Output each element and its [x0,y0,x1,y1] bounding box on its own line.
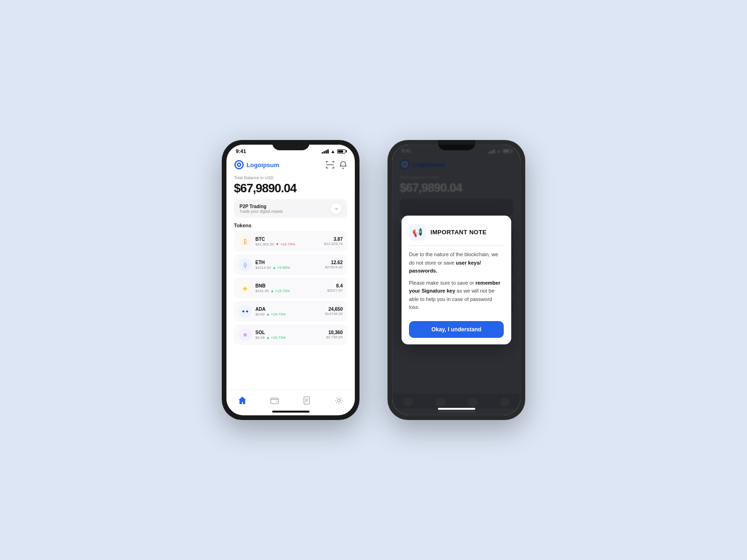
wifi-icon: ▲ [331,149,335,154]
phone-screen-1: 9:41 ▲ [226,145,355,415]
p2p-banner-1[interactable]: P2P Trading Trade your digital Assets → [234,199,347,218]
token-price-ada: $0.60 [255,312,265,316]
token-price-row-ada: $0.60 ▲ +15.73% [255,312,325,316]
token-amount-eth: 12.62 [325,260,343,265]
token-row-sol[interactable]: ≡ SOL $0.26 ▲ +15.73% 10,360 $2,736.85 [234,324,347,345]
token-usd-eth: $27874.42 [325,265,343,269]
token-change-bnb: ▲ +15.73% [270,289,290,293]
token-row-eth[interactable]: ⟠ ETH $2214.82 ▲ +5.58% 12.62 $27874.42 [234,254,347,275]
nav-settings[interactable] [331,394,347,407]
token-values-sol: 10,360 $2,736.85 [326,330,343,339]
bottom-nav-1 [226,390,355,409]
signal-bars-1 [322,149,329,154]
token-usd-btc: $12,029.74 [324,242,343,246]
token-price-eth: $2214.82 [255,266,271,270]
bell-icon-1[interactable] [339,161,347,169]
token-change-eth: ▲ +5.58% [272,266,290,270]
token-name-sol: SOL [255,330,326,335]
nav-activity[interactable] [298,394,315,407]
settings-nav-icon [334,396,344,405]
token-icon-btc: ₿ [239,235,252,248]
token-change-btc: ▼ +15.73% [275,242,295,246]
token-name-bnb: BNB [255,283,327,288]
modal-card: 📢 IMPORTANT NOTE Due to the nature of th… [402,216,511,344]
tokens-section-1: Tokens ₿ BTC $41,902.50 ▼ +15.73% 3.87 $… [226,223,355,390]
logo-container-1: Logoipsum [234,160,279,170]
token-price-sol: $0.26 [255,336,265,340]
modal-header: 📢 IMPORTANT NOTE [409,224,504,246]
app-header-1: Logoipsum [226,156,355,173]
token-name-eth: ETH [255,260,325,265]
nav-home[interactable] [234,394,251,407]
modal-icon: 📢 [409,224,426,241]
balance-amount-1: $67,9890.04 [234,181,347,196]
okay-button[interactable]: Okay, I understand [409,321,504,338]
token-icon-bnb: ◈ [239,281,252,294]
token-row-ada[interactable]: ✦✦ ADA $0.60 ▲ +15.73% 24,650 $14736.35 [234,301,347,322]
p2p-title-1: P2P Trading [240,204,283,209]
token-name-ada: ADA [255,307,325,312]
status-icons-1: ▲ [322,149,345,154]
modal-paragraph-2: Please make sure to save or remember you… [409,279,504,312]
screen-content-1: 9:41 ▲ [226,145,355,415]
token-price-row-eth: $2214.82 ▲ +5.58% [255,266,325,270]
notch [272,140,310,150]
token-icon-ada: ✦✦ [239,305,252,318]
p2p-arrow-1[interactable]: → [331,203,342,214]
token-price-row-bnb: $241.55 ▲ +15.73% [255,289,327,293]
token-values-btc: 3.87 $12,029.74 [324,237,343,246]
battery-fill-1 [338,150,343,153]
token-price-row-sol: $0.26 ▲ +15.73% [255,336,326,340]
header-icons-1 [326,161,347,169]
token-icon-eth: ⟠ [239,258,252,271]
token-info-bnb: BNB $241.55 ▲ +15.73% [255,283,327,293]
phone-1: 9:41 ▲ [222,140,359,420]
token-values-ada: 24,650 $14736.35 [325,307,343,316]
token-info-ada: ADA $0.60 ▲ +15.73% [255,307,325,316]
token-row-btc[interactable]: ₿ BTC $41,902.50 ▼ +15.73% 3.87 $12,029.… [234,231,347,252]
phone-2: 9:41 ▲ [388,140,525,420]
p2p-subtitle-1: Trade your digital Assets [240,209,283,214]
token-usd-ada: $14736.35 [325,312,343,316]
tokens-label-1: Tokens [234,223,347,228]
modal-title: IMPORTANT NOTE [430,229,486,236]
activity-nav-icon [302,396,311,405]
battery-icon-1 [337,149,345,154]
token-price-row-btc: $41,902.50 ▼ +15.73% [255,242,324,246]
token-amount-ada: 24,650 [325,307,343,312]
nav-wallet[interactable] [266,394,283,407]
token-name-btc: BTC [255,237,324,242]
token-price-btc: $41,902.50 [255,242,274,246]
token-amount-btc: 3.87 [324,237,343,242]
balance-section-1: Total Balance in USD $67,9890.04 [226,173,355,199]
logo-svg-1 [234,160,244,170]
token-icon-sol: ≡ [239,328,252,341]
modal-body: Due to the nature of the blockchain, we … [409,251,504,312]
phone-screen-2: 9:41 ▲ [392,145,521,415]
token-values-bnb: 8.4 $2027.97 [327,283,343,293]
svg-point-9 [338,399,340,402]
token-row-bnb[interactable]: ◈ BNB $241.55 ▲ +15.73% 8.4 $2027.97 [234,278,347,298]
token-usd-bnb: $2027.97 [327,288,343,293]
p2p-text-1: P2P Trading Trade your digital Assets [240,204,283,214]
token-info-btc: BTC $41,902.50 ▼ +15.73% [255,237,324,246]
modal-paragraph-1: Due to the nature of the blockchain, we … [409,251,504,275]
wallet-nav-icon [270,396,279,405]
svg-rect-4 [271,398,278,404]
token-amount-bnb: 8.4 [327,283,343,288]
token-change-sol: ▲ +15.73% [266,336,286,340]
balance-label-1: Total Balance in USD [234,175,347,180]
home-indicator-2 [438,408,475,410]
logo-text-1: Logoipsum [247,161,279,168]
modal-overlay: 📢 IMPORTANT NOTE Due to the nature of th… [392,145,521,415]
svg-point-2 [238,164,240,166]
token-usd-sol: $2,736.85 [326,335,343,339]
token-info-eth: ETH $2214.82 ▲ +5.58% [255,260,325,270]
token-change-ada: ▲ +15.73% [266,312,286,316]
home-nav-icon [238,396,247,405]
scan-icon-1[interactable] [326,161,334,169]
home-indicator-1 [272,411,310,413]
token-amount-sol: 10,360 [326,330,343,335]
token-values-eth: 12.62 $27874.42 [325,260,343,269]
status-time-1: 9:41 [236,148,246,154]
